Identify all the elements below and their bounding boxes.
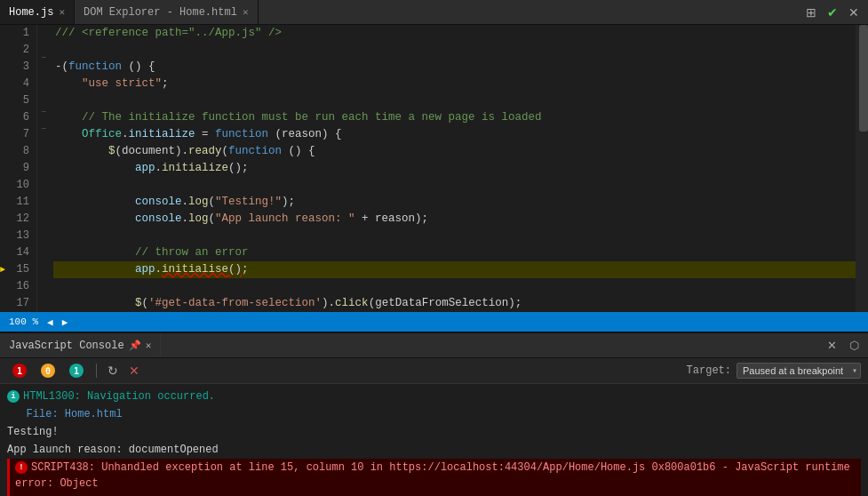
console-refresh-btn[interactable]: ↻: [104, 362, 122, 380]
tab-home-js[interactable]: Home.js ✕: [0, 0, 75, 24]
console-error-icon: !: [15, 461, 28, 474]
gutter-line-10: 10: [0, 177, 29, 194]
code-line-2: [53, 42, 856, 59]
code-line-7: Office.initialize = function (reason) {: [53, 126, 856, 143]
tab-dom-explorer-label: DOM Explorer - Home.html: [84, 6, 237, 19]
tab-dom-explorer[interactable]: DOM Explorer - Home.html ✕: [75, 0, 258, 24]
target-section: Target: Paused at a breakpoint: [687, 363, 861, 379]
line-number-gutter: 12345678910111213141516171819202122: [0, 25, 37, 312]
console-error-text: SCRIPT438: Unhandled exception at line 1…: [15, 461, 850, 490]
console-expand-btn[interactable]: ✕: [824, 337, 840, 354]
fold-indicator-22: [37, 300, 50, 312]
gutter-line-15: 15: [0, 261, 29, 278]
gutter-line-9: 9: [0, 160, 29, 177]
fold-indicator-4: [37, 67, 50, 79]
error-filter-btn[interactable]: 1: [7, 362, 32, 380]
warning-filter-btn[interactable]: 0: [36, 362, 60, 380]
fold-indicator-14: [37, 200, 50, 212]
console-panel: JavaScript Console 📌 ✕ ✕ ⬡ 1 0 1 ↻ ✕ Tar…: [0, 332, 868, 496]
fold-indicator-21: [37, 287, 50, 300]
console-tab-right: ✕ ⬡: [824, 337, 868, 354]
code-line-13: [53, 228, 856, 244]
gutter-line-14: 14: [0, 244, 29, 261]
gutter-line-11: 11: [0, 194, 29, 211]
console-normal-line: App launch reason: documentOpened: [7, 441, 861, 459]
editor-scrollbar[interactable]: [856, 25, 868, 312]
console-info-text: HTML1300: Navigation occurred.: [23, 390, 215, 403]
error-badge-icon: 1: [12, 364, 27, 378]
console-info-icon: i: [7, 390, 20, 403]
info-filter-btn[interactable]: 1: [64, 362, 89, 380]
fold-indicator-2: [37, 37, 50, 50]
target-label: Target:: [687, 364, 731, 377]
toolbar-separator: [96, 364, 97, 378]
console-clear-btn[interactable]: ✕: [125, 362, 143, 380]
console-tab-pin-icon[interactable]: 📌: [129, 340, 141, 351]
console-popout-btn[interactable]: ⬡: [846, 337, 863, 354]
code-line-15: app.initialise();: [53, 261, 856, 278]
fold-indicator-19: [37, 262, 50, 275]
code-line-14: // throw an error: [53, 244, 856, 261]
warning-badge-icon: 0: [41, 364, 55, 378]
fold-indicator-9: [37, 138, 50, 150]
console-info-line: iHTML1300: Navigation occurred.: [7, 388, 861, 405]
code-line-11: console.log("Testing!");: [53, 194, 856, 211]
tab-home-js-label: Home.js: [9, 6, 53, 19]
gutter-line-12: 12: [0, 211, 29, 228]
fold-indicator-18: [37, 250, 50, 262]
fold-indicator-12: [37, 175, 50, 188]
console-toolbar: 1 0 1 ↻ ✕ Target: Paused at a breakpoint: [0, 358, 868, 384]
gutter-line-8: 8: [0, 143, 29, 160]
console-normal-line: Testing!: [7, 423, 861, 441]
tab-dom-explorer-close[interactable]: ✕: [243, 6, 249, 18]
console-error-sub: File: Home.js, Line: 15, Column: 10: [7, 492, 861, 496]
console-tab-close-icon[interactable]: ✕: [146, 340, 152, 351]
gutter-line-4: 4: [0, 76, 29, 92]
fold-column: −−−: [37, 25, 50, 312]
scroll-right-btn[interactable]: ▶: [62, 316, 68, 328]
console-output: iHTML1300: Navigation occurred. File: Ho…: [0, 384, 868, 496]
console-tab[interactable]: JavaScript Console 📌 ✕: [0, 333, 161, 357]
info-badge-icon: 1: [69, 364, 84, 378]
code-line-3: -(function () {: [53, 59, 856, 76]
code-line-17: $('#get-data-from-selection').click(getD…: [53, 295, 856, 312]
code-line-5: [53, 92, 856, 109]
fold-indicator-15: [37, 212, 50, 225]
code-line-8: $(document).ready(function () {: [53, 143, 856, 160]
gutter-line-6: 6: [0, 109, 29, 126]
gutter-line-17: 17: [0, 295, 29, 312]
gutter-line-5: 5: [0, 92, 29, 109]
fold-indicator-10: [37, 150, 50, 163]
tab-bar: Home.js ✕ DOM Explorer - Home.html ✕ ⊞ ✔…: [0, 0, 868, 25]
fold-indicator-1: [37, 25, 50, 37]
code-line-12: console.log("App launch reason: " + reas…: [53, 211, 856, 228]
zoom-level: 100 %: [9, 316, 38, 327]
fold-indicator-8[interactable]: −: [37, 121, 50, 138]
target-dropdown[interactable]: Paused at a breakpoint: [737, 363, 861, 379]
gutter-line-1: 1: [0, 25, 29, 42]
code-editor[interactable]: /// <reference path="../App.js" /> -(fun…: [50, 25, 856, 312]
fold-indicator-11: [37, 163, 50, 175]
fold-indicator-3[interactable]: −: [37, 50, 50, 67]
tab-bar-settings-btn[interactable]: ⊞: [802, 4, 820, 21]
console-tab-label: JavaScript Console: [9, 340, 124, 352]
fold-indicator-20: [37, 275, 50, 287]
fold-indicator-7[interactable]: −: [37, 104, 50, 121]
code-line-4: "use strict";: [53, 76, 856, 92]
tab-bar-close-btn[interactable]: ✕: [845, 4, 863, 21]
scroll-left-btn[interactable]: ◀: [47, 316, 53, 328]
console-error-line: !SCRIPT438: Unhandled exception at line …: [7, 459, 861, 492]
tab-bar-check-btn[interactable]: ✔: [824, 4, 841, 21]
tab-home-js-close[interactable]: ✕: [59, 6, 65, 18]
fold-indicator-16: [37, 225, 50, 237]
code-line-9: app.initialize();: [53, 160, 856, 177]
target-dropdown-wrap: Paused at a breakpoint: [737, 363, 861, 379]
gutter-line-3: 3: [0, 59, 29, 76]
code-line-1: /// <reference path="../App.js" />: [53, 25, 856, 42]
code-line-6: // The initialize function must be run e…: [53, 109, 856, 126]
scroll-thumb[interactable]: [859, 25, 868, 132]
gutter-line-13: 13: [0, 228, 29, 244]
gutter-line-2: 2: [0, 42, 29, 59]
editor-status-bar: 100 % ◀ ▶: [0, 312, 868, 332]
console-info-sub: File: Home.html: [7, 405, 861, 423]
